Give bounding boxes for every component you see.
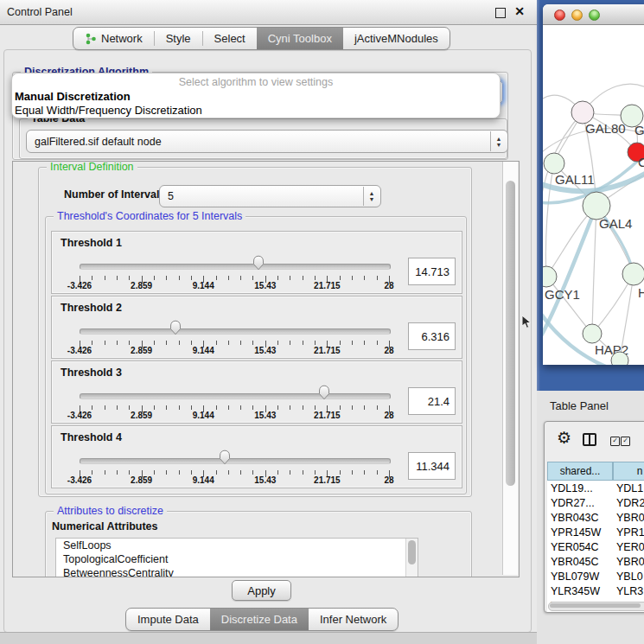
slider-tick-label: 15.43 bbox=[239, 346, 291, 355]
threshold-slider-track[interactable] bbox=[80, 458, 391, 464]
table-row[interactable]: YER054CYER0 bbox=[547, 539, 644, 554]
table-cell: YDL1 bbox=[613, 481, 644, 495]
tab-network[interactable]: Network bbox=[73, 28, 154, 49]
combo-stepper-icon[interactable]: ▲▼ bbox=[490, 131, 507, 151]
network-node-h[interactable] bbox=[622, 263, 644, 285]
tab-discretize-data[interactable]: Discretize Data bbox=[210, 609, 309, 630]
slider-tick bbox=[105, 341, 105, 345]
network-node-label: GAL11 bbox=[555, 172, 595, 187]
slider-tick bbox=[315, 405, 316, 410]
node-table[interactable]: shared...n YDL19...YDL1YDR27...YDR2YBR04… bbox=[547, 462, 644, 613]
columns-icon[interactable] bbox=[583, 433, 596, 446]
thresholds-group-title: Threshold's Coordinates for 5 Intervals bbox=[54, 210, 245, 222]
number-of-intervals-combo[interactable]: 5 ▲▼ bbox=[159, 185, 381, 207]
zoom-traffic-light-icon[interactable] bbox=[589, 10, 600, 21]
network-canvas[interactable]: GAL80GCGAL11GAL4GCY1HHAP2 bbox=[543, 25, 644, 365]
main-scrollbar-thumb[interactable] bbox=[506, 181, 515, 486]
checkbox-icon[interactable]: ✓ bbox=[621, 437, 630, 446]
main-scrollbar[interactable] bbox=[502, 162, 518, 575]
slider-tick bbox=[240, 276, 241, 280]
tab-infer-network[interactable]: Infer Network bbox=[309, 609, 398, 630]
table-row[interactable]: YLR345WYLR3 bbox=[547, 583, 644, 598]
table-row[interactable]: YBL079WYBL0 bbox=[547, 569, 644, 583]
threshold-value-field[interactable]: 21.4 bbox=[408, 387, 456, 415]
algorithm-placeholder-option[interactable]: Select algorithm to view settings bbox=[12, 76, 500, 88]
apply-button[interactable]: Apply bbox=[232, 580, 291, 601]
threshold-label: Threshold 2 bbox=[61, 302, 122, 314]
slider-tick bbox=[277, 405, 278, 410]
table-row[interactable]: YPR145WYPR1 bbox=[547, 525, 644, 539]
tab-label: Select bbox=[214, 32, 245, 45]
table-row[interactable]: YDR27...YDR2 bbox=[547, 495, 644, 510]
slider-tick bbox=[240, 405, 241, 410]
network-node-gcy1[interactable] bbox=[543, 266, 557, 287]
table-data-combo[interactable]: galFiltered.sif default node ▲▼ bbox=[26, 130, 508, 153]
table-cell: YBR0 bbox=[613, 554, 644, 569]
network-node-hap2[interactable] bbox=[583, 324, 602, 343]
attributes-scrollbar-thumb[interactable] bbox=[408, 540, 416, 564]
slider-tick bbox=[129, 341, 130, 345]
algorithm-option-manual[interactable]: Manual Discretization bbox=[15, 90, 131, 103]
threshold-value-field[interactable]: 14.713 bbox=[408, 258, 456, 285]
table-hscrollbar[interactable] bbox=[548, 602, 644, 611]
number-of-intervals-value: 5 bbox=[168, 190, 174, 202]
tab-select[interactable]: Select bbox=[203, 28, 257, 49]
attributes-scrollbar[interactable] bbox=[405, 539, 418, 577]
close-traffic-light-icon[interactable] bbox=[554, 10, 565, 21]
slider-tick bbox=[129, 470, 130, 475]
minimize-traffic-light-icon[interactable] bbox=[571, 10, 583, 21]
control-panel-titlebar: Control Panel ✕ bbox=[0, 0, 537, 25]
table-cell: YBR0 bbox=[613, 510, 644, 525]
threshold-slider-thumb[interactable] bbox=[218, 450, 232, 465]
numerical-attributes-list[interactable]: SelfLoopsTopologicalCoefficientBetweenne… bbox=[55, 538, 418, 577]
threshold-slider-track[interactable] bbox=[80, 328, 391, 335]
tab-cyni-toolbox[interactable]: Cyni Toolbox bbox=[257, 28, 343, 49]
table-column-header[interactable]: n bbox=[613, 462, 644, 481]
slider-tick-label: 21.715 bbox=[301, 475, 353, 485]
checkbox-icon[interactable]: ✓ bbox=[610, 437, 620, 446]
threshold-slider-track[interactable] bbox=[80, 264, 391, 270]
slider-tick bbox=[179, 470, 180, 475]
slider-tick-label: 21.715 bbox=[301, 411, 353, 420]
threshold-value-field[interactable]: 6.316 bbox=[408, 322, 456, 350]
slider-tick bbox=[216, 341, 217, 345]
attribute-list-item[interactable]: SelfLoops bbox=[56, 539, 418, 552]
attribute-list-item[interactable]: BetweennessCentrality bbox=[56, 566, 418, 577]
network-edge bbox=[545, 163, 554, 277]
interval-definition-title: Interval Definition bbox=[47, 161, 137, 173]
float-window-icon[interactable] bbox=[495, 8, 506, 18]
network-node[interactable] bbox=[611, 352, 628, 365]
table-row[interactable]: YBR043CYBR0 bbox=[547, 510, 644, 525]
close-icon[interactable]: ✕ bbox=[514, 4, 525, 18]
network-node-gal11[interactable] bbox=[544, 153, 564, 174]
threshold-slider-thumb[interactable] bbox=[169, 320, 182, 335]
panel-bottom-edge bbox=[0, 632, 537, 644]
slider-tick bbox=[117, 405, 118, 410]
threshold-slider-track[interactable] bbox=[80, 393, 391, 399]
slider-tick bbox=[179, 405, 180, 410]
slider-tick bbox=[240, 470, 241, 475]
combo-stepper-icon[interactable]: ▲▼ bbox=[363, 187, 379, 206]
table-row[interactable]: YBR045CYBR0 bbox=[547, 554, 644, 569]
settings-scroll-pane: Interval Definition Number of Intervals … bbox=[12, 161, 520, 577]
table-hscrollbar-thumb[interactable] bbox=[550, 603, 641, 608]
tab-label: Cyni Toolbox bbox=[268, 32, 332, 45]
tab-jactivemnodules[interactable]: jActiveMNodules bbox=[343, 28, 450, 49]
algorithm-option-equal-width[interactable]: Equal Width/Frequency Discretization bbox=[15, 104, 202, 117]
tab-style[interactable]: Style bbox=[155, 28, 202, 49]
threshold-slider-thumb[interactable] bbox=[252, 255, 265, 271]
slider-tick-label: 21.715 bbox=[301, 281, 353, 290]
tab-label: Impute Data bbox=[137, 613, 199, 626]
table-column-header[interactable]: shared... bbox=[547, 462, 613, 481]
slider-tick bbox=[228, 405, 229, 410]
attribute-list-item[interactable]: TopologicalCoefficient bbox=[56, 552, 418, 566]
table-row[interactable]: YDL19...YDL1 bbox=[547, 481, 644, 495]
threshold-slider-thumb[interactable] bbox=[317, 385, 331, 400]
gear-icon[interactable]: ⚙ bbox=[557, 430, 571, 446]
slider-tick-label: -3.426 bbox=[54, 346, 105, 355]
threshold-value-field[interactable]: 11.344 bbox=[408, 452, 456, 480]
network-window-titlebar[interactable] bbox=[543, 4, 644, 25]
table-toolbar: ⚙ ✓ ✓ bbox=[545, 422, 644, 460]
tab-impute-data[interactable]: Impute Data bbox=[126, 609, 210, 630]
slider-tick bbox=[117, 341, 118, 345]
